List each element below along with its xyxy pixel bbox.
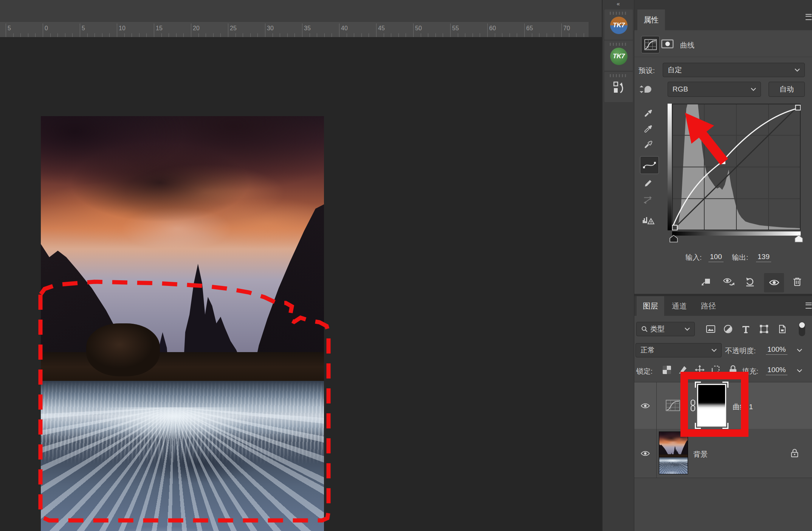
right-panel: 属性 曲线 预设: 自定 RGB 自动 bbox=[634, 0, 812, 531]
opacity-value[interactable]: 100% bbox=[766, 345, 787, 355]
preset-label: 预设: bbox=[638, 66, 655, 76]
layer-row-background[interactable]: 背景 bbox=[634, 429, 812, 478]
divider bbox=[634, 57, 812, 57]
layer-mask-thumbnail[interactable] bbox=[697, 384, 726, 427]
background-lock-icon[interactable] bbox=[790, 448, 799, 458]
eye-icon[interactable] bbox=[640, 402, 650, 409]
pencil-tool-icon[interactable] bbox=[643, 178, 653, 188]
reset-adjustment-icon[interactable] bbox=[745, 277, 755, 287]
filter-shape-layers-icon[interactable] bbox=[759, 324, 769, 334]
lock-artboard-icon[interactable] bbox=[711, 365, 721, 375]
grip-dots-icon bbox=[610, 74, 627, 77]
thumbnail-art bbox=[659, 432, 688, 474]
tab-layers[interactable]: 图层 bbox=[637, 296, 664, 316]
output-label: 输出: bbox=[732, 253, 748, 262]
mask-selected-bracket bbox=[695, 382, 701, 388]
layer-row-curves[interactable]: 曲线 1 bbox=[634, 382, 812, 429]
preset-dropdown[interactable]: 自定 bbox=[663, 63, 805, 77]
output-value[interactable]: 139 bbox=[756, 253, 771, 262]
mask-selected-bracket bbox=[695, 423, 701, 429]
lock-all-icon[interactable] bbox=[728, 365, 738, 375]
canvas-area[interactable] bbox=[0, 37, 602, 531]
tk7-green-icon: TK7 bbox=[610, 48, 628, 65]
io-values-row: 输入: 100 输出: 139 bbox=[634, 253, 812, 264]
histogram-warning-icon[interactable] bbox=[642, 214, 655, 225]
input-label: 输入: bbox=[685, 253, 702, 262]
chevron-down-icon[interactable] bbox=[797, 349, 802, 352]
lock-pixels-icon[interactable] bbox=[678, 365, 688, 375]
dock-item-tk7-go[interactable]: TK7 bbox=[604, 40, 633, 71]
tab-paths[interactable]: 路径 bbox=[696, 296, 721, 316]
collapse-panels-icon[interactable]: « bbox=[603, 0, 635, 7]
fill-value[interactable]: 100% bbox=[766, 366, 787, 375]
filter-value: 类型 bbox=[650, 324, 665, 334]
chevron-down-icon bbox=[685, 328, 690, 331]
toggle-knob bbox=[799, 322, 805, 328]
clip-to-layer-icon[interactable] bbox=[701, 278, 711, 287]
input-value[interactable]: 100 bbox=[708, 253, 724, 262]
filter-pixel-layers-icon[interactable] bbox=[706, 324, 716, 334]
filter-type-layers-icon[interactable] bbox=[741, 324, 750, 334]
black-point-eyedropper-icon[interactable] bbox=[643, 108, 653, 118]
fill-label: 填充: bbox=[742, 366, 758, 376]
curves-grid-icon bbox=[644, 39, 657, 50]
layer-filter-dropdown[interactable]: 类型 bbox=[636, 322, 695, 336]
curves-adjustment-icon[interactable] bbox=[641, 36, 660, 53]
layer-name-curves[interactable]: 曲线 1 bbox=[733, 402, 753, 412]
curves-plot bbox=[672, 104, 801, 230]
highlight-slider[interactable] bbox=[795, 235, 803, 242]
tab-channels[interactable]: 通道 bbox=[667, 296, 692, 316]
layer-visibility-cell[interactable] bbox=[634, 429, 657, 478]
targeted-adjustment-icon[interactable] bbox=[639, 82, 651, 96]
ruler[interactable]: 50510152025303540455055606570 bbox=[0, 22, 589, 37]
curve-point-tool-icon bbox=[642, 160, 657, 171]
auto-button[interactable]: 自动 bbox=[769, 82, 805, 97]
filter-toggle-switch[interactable] bbox=[799, 322, 805, 336]
opacity-label: 不透明度: bbox=[725, 346, 756, 356]
curve-grid[interactable] bbox=[672, 104, 801, 230]
layers-menu-icon[interactable] bbox=[806, 303, 812, 309]
input-sliders[interactable] bbox=[668, 235, 805, 242]
blend-mode-dropdown[interactable]: 正常 bbox=[635, 343, 722, 357]
gray-point-eyedropper-icon[interactable] bbox=[643, 123, 653, 133]
panel-menu-icon[interactable] bbox=[806, 14, 812, 20]
filter-smart-objects-icon[interactable] bbox=[778, 324, 787, 334]
mask-badge-icon[interactable] bbox=[661, 39, 674, 48]
lock-position-icon[interactable] bbox=[695, 365, 705, 375]
dock-item-tk7-actions[interactable]: TK7 bbox=[604, 9, 633, 40]
edit-points-tool-button[interactable] bbox=[640, 156, 659, 174]
delete-adjustment-icon[interactable] bbox=[792, 277, 802, 287]
grip-dots-icon bbox=[610, 43, 627, 46]
smooth-curve-icon[interactable] bbox=[643, 195, 652, 205]
grip-dots-icon bbox=[610, 12, 627, 15]
mask-selected-bracket bbox=[722, 423, 728, 429]
mask-link-icon[interactable] bbox=[690, 399, 696, 411]
background-layer-thumbnail[interactable] bbox=[659, 432, 688, 474]
white-point-eyedropper-icon[interactable] bbox=[643, 139, 653, 149]
photo-mound bbox=[86, 323, 160, 376]
preset-value: 自定 bbox=[668, 65, 682, 75]
curves-layer-thumbnail-icon[interactable] bbox=[666, 400, 680, 411]
output-gradient-bar bbox=[668, 104, 672, 230]
layer-name-background[interactable]: 背景 bbox=[693, 450, 708, 460]
shadow-slider[interactable] bbox=[670, 235, 677, 242]
history-icon bbox=[613, 81, 625, 95]
channel-value: RGB bbox=[673, 85, 688, 93]
eye-icon[interactable] bbox=[640, 450, 650, 457]
dock-item-history[interactable] bbox=[604, 72, 633, 102]
filter-adjustment-layers-icon[interactable] bbox=[724, 324, 733, 334]
view-previous-state-icon[interactable] bbox=[723, 277, 735, 287]
search-icon bbox=[641, 326, 648, 332]
document-image[interactable] bbox=[41, 116, 324, 531]
photo-art bbox=[41, 116, 324, 531]
visibility-toggle-button[interactable] bbox=[764, 273, 784, 292]
chevron-down-icon bbox=[795, 68, 800, 72]
tab-properties[interactable]: 属性 bbox=[637, 9, 665, 30]
lock-transparency-icon[interactable] bbox=[663, 366, 671, 374]
layer-visibility-cell[interactable] bbox=[634, 382, 657, 429]
photoshop-window: 50510152025303540455055606570 « TK7 bbox=[0, 0, 812, 531]
channel-dropdown[interactable]: RGB bbox=[668, 82, 761, 97]
panel-dock: « TK7 TK7 bbox=[602, 0, 635, 531]
chevron-down-icon[interactable] bbox=[797, 369, 802, 373]
eye-icon bbox=[769, 278, 779, 287]
